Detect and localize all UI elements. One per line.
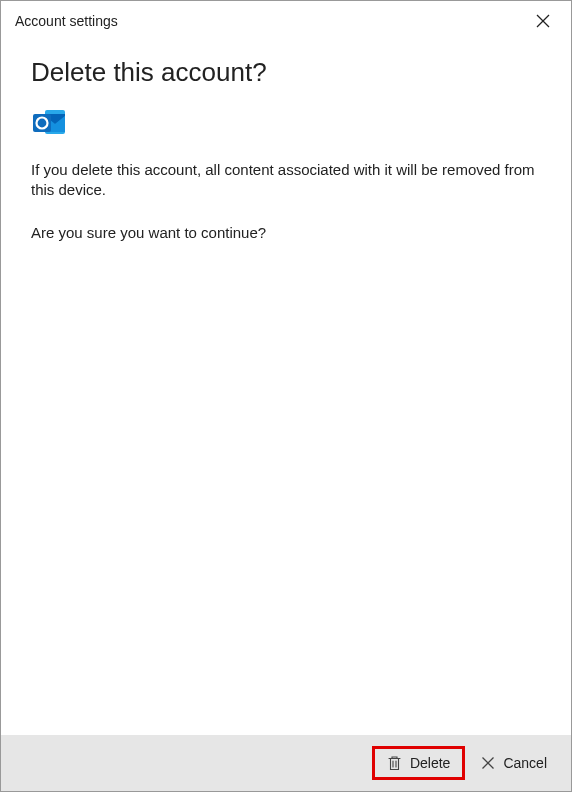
dialog-title: Account settings [15,13,118,29]
close-icon [536,14,550,28]
trash-icon [387,755,402,771]
cancel-button-label: Cancel [503,755,547,771]
cancel-icon [481,756,495,770]
warning-text: If you delete this account, all content … [31,160,541,201]
cancel-button[interactable]: Cancel [469,747,559,779]
delete-button[interactable]: Delete [375,749,462,777]
confirm-text: Are you sure you want to continue? [31,223,541,243]
dialog-content: Delete this account? If you delete this … [1,35,571,735]
outlook-icon [31,106,541,140]
dialog-header: Account settings [1,1,571,35]
dialog-footer: Delete Cancel [1,735,571,791]
page-heading: Delete this account? [31,57,541,88]
close-button[interactable] [529,7,557,35]
delete-button-label: Delete [410,755,450,771]
delete-button-highlight: Delete [372,746,465,780]
